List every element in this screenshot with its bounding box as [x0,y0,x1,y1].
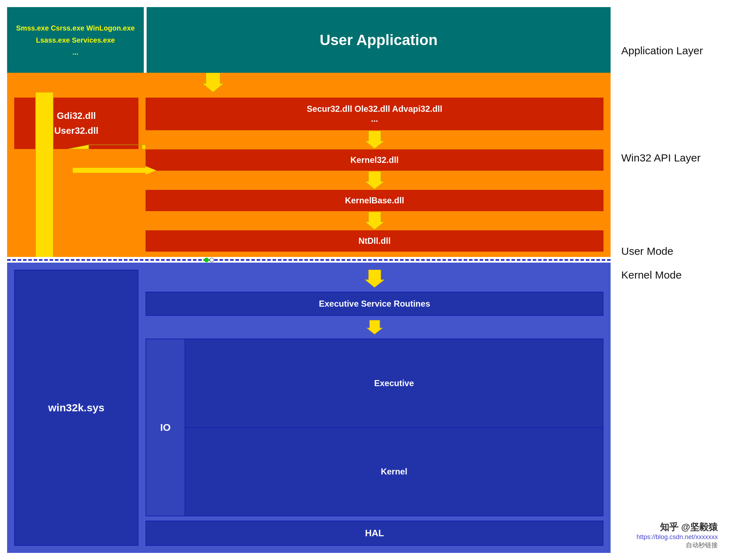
io-exec-kernel-row: IO Executive Kernel [146,339,603,516]
user-mode-label-container: User Mode [621,232,732,261]
application-layer-label: Application Layer [621,45,703,57]
svg-marker-2 [365,171,384,189]
system-processes-text: Smss.exe Csrss.exe WinLogon.exe Lsass.ex… [16,22,135,58]
arrow-down-1 [202,73,224,92]
watermark-line1: 知乎 @坚毅猿 [660,521,718,533]
win32-row1: Gdi32.dllUser32.dll Secur32.dll Ole32.dl… [14,98,603,252]
app-layer-label-container: Application Layer [621,18,732,83]
diagram-area: Smss.exe Csrss.exe WinLogon.exe Lsass.ex… [7,7,611,553]
win32-right-stack: Secur32.dll Ole32.dll Advapi32.dll ... K… [146,98,603,252]
hal-box: HAL [146,521,603,546]
gdi-user-box: Gdi32.dllUser32.dll [14,98,138,149]
main-container: Smss.exe Csrss.exe WinLogon.exe Lsass.ex… [0,0,732,560]
kernel32-box: Kernel32.dll [146,149,603,171]
exec-service-box: Executive Service Routines [146,292,603,316]
user-application-label: User Application [319,32,437,49]
kernel-box: Kernel [185,428,603,516]
arrow-exec-service-down [146,320,603,334]
user-mode-label: User Mode [621,245,673,257]
arrow-kernel32-to-kernelbase [365,171,384,189]
application-layer-row: Smss.exe Csrss.exe WinLogon.exe Lsass.ex… [7,7,611,73]
exec-kernel-stack: Executive Kernel [185,339,603,516]
ntdll-box: NtDll.dll [146,230,603,252]
user-application-box: User Application [147,7,611,73]
svg-marker-1 [365,131,384,149]
win32-api-layer: Gdi32.dllUser32.dll Secur32.dll Ole32.dl… [7,92,611,257]
arrow-small-down [367,320,383,334]
win32-layer-label-container: Win32 API Layer [621,83,732,232]
watermark-line2: https://blog.csdn.net/xxxxxxx [637,533,718,541]
arrow-ntdll-to-exec [146,270,603,287]
system-processes-box: Smss.exe Csrss.exe WinLogon.exe Lsass.ex… [7,7,144,73]
win32k-label: win32k.sys [48,402,104,414]
watermark-line3: 自动秒链接 [686,541,718,549]
svg-marker-3 [365,212,384,230]
dot-white [209,258,214,262]
kernel-mode-layer: win32k.sys Executive Service Routines [7,263,611,553]
win32-api-layer-label: Win32 API Layer [621,152,700,164]
dashed-line [7,259,611,261]
svg-marker-0 [202,73,224,92]
win32k-box: win32k.sys [14,270,138,546]
svg-marker-9 [367,320,383,334]
io-box: IO [146,339,185,516]
arrow-secur-to-kernel32 [365,131,384,149]
arrow-kernelbase-to-ntdll [365,212,384,230]
executive-box: Executive [185,339,603,428]
kernel-mode-label-container: Kernel Mode [621,261,732,289]
kernelbase-box: KernelBase.dll [146,190,603,211]
gdi-user-label: Gdi32.dllUser32.dll [54,109,98,138]
arrow-from-app [7,73,611,92]
secur32-box: Secur32.dll Ole32.dll Advapi32.dll ... [146,98,603,130]
layer-labels: Application Layer Win32 API Layer User M… [611,7,732,553]
mode-separator [7,257,611,263]
arrow-kernel-entry [365,270,384,287]
kernel-right: Executive Service Routines IO [146,270,603,546]
watermark: 知乎 @坚毅猿 https://blog.csdn.net/xxxxxxx 自动… [637,521,718,549]
svg-marker-8 [365,270,384,287]
kernel-mode-label: Kernel Mode [621,269,682,281]
dot-green [204,258,209,262]
